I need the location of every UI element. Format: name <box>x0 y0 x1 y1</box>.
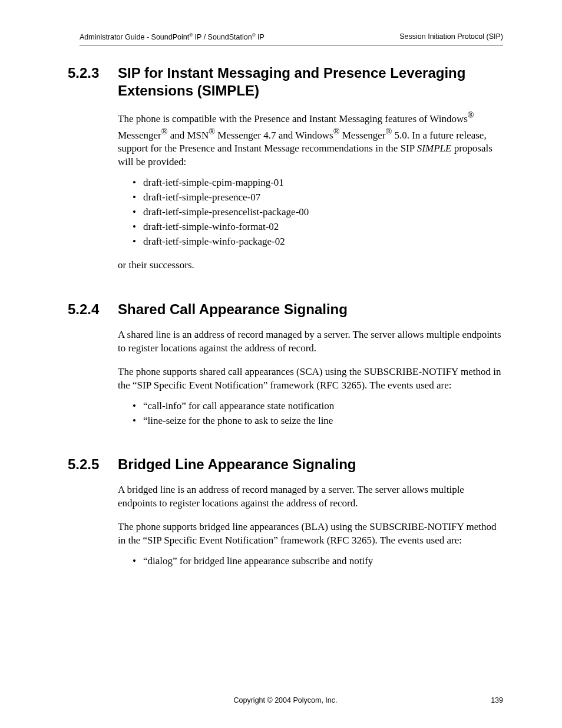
list-item: draft-ietf-simple-presence-07 <box>133 191 503 205</box>
text: and MSN <box>167 129 209 140</box>
document-page: Administrator Guide - SoundPoint® IP / S… <box>0 0 562 728</box>
bullet-list: “call-info” for call appearance state no… <box>133 400 503 428</box>
section-heading: 5.2.4 Shared Call Appearance Signaling <box>68 301 503 318</box>
paragraph: A bridged line is an address of record m… <box>118 483 503 510</box>
section-title: Bridged Line Appearance Signaling <box>118 456 503 473</box>
section-number: 5.2.5 <box>68 456 118 473</box>
reg-mark: ® <box>333 127 340 136</box>
paragraph: A shared line is an address of record ma… <box>118 328 503 355</box>
list-item: “call-info” for call appearance state no… <box>133 400 503 413</box>
list-item: “line-seize for the phone to ask to seiz… <box>133 414 503 428</box>
section-number: 5.2.4 <box>68 301 118 318</box>
header-left: Administrator Guide - SoundPoint® IP / S… <box>80 32 265 41</box>
text: Messenger <box>339 129 385 140</box>
text: Messenger 4.7 and Windows <box>215 129 333 140</box>
list-item: “dialog” for bridged line appearance sub… <box>133 555 503 568</box>
footer-copyright: Copyright © 2004 Polycom, Inc. <box>68 696 503 704</box>
bullet-list: “dialog” for bridged line appearance sub… <box>133 555 503 568</box>
list-item: draft-ietf-simple-winfo-format-02 <box>133 220 503 234</box>
paragraph: The phone supports bridged line appearan… <box>118 521 503 548</box>
section-525: 5.2.5 Bridged Line Appearance Signaling … <box>68 456 503 568</box>
paragraph: The phone is compatible with the Presenc… <box>118 110 503 169</box>
section-title: Shared Call Appearance Signaling <box>118 301 503 318</box>
reg-mark: ® <box>385 127 392 136</box>
list-item: draft-ietf-simple-cpim-mapping-01 <box>133 176 503 190</box>
header-left-suffix: IP <box>256 33 265 41</box>
section-523: 5.2.3 SIP for Instant Messaging and Pres… <box>68 64 503 272</box>
paragraph: The phone supports shared call appearanc… <box>118 365 503 393</box>
text: Messenger <box>118 129 161 140</box>
page-number: 139 <box>491 696 503 704</box>
section-number: 5.2.3 <box>68 64 118 100</box>
header-right: Session Initiation Protocol (SIP) <box>399 32 503 41</box>
page-footer: Copyright © 2004 Polycom, Inc. 139 <box>68 696 503 704</box>
reg-mark: ® <box>209 127 215 136</box>
reg-mark: ® <box>161 127 168 136</box>
list-item: draft-ietf-simple-presencelist-package-0… <box>133 206 503 219</box>
bullet-list: draft-ietf-simple-cpim-mapping-01 draft-… <box>133 176 503 249</box>
text-emphasis: SIMPLE <box>417 143 452 154</box>
section-title: SIP for Instant Messaging and Presence L… <box>118 64 503 100</box>
paragraph: or their successors. <box>118 259 503 272</box>
section-524: 5.2.4 Shared Call Appearance Signaling A… <box>68 301 503 428</box>
page-header: Administrator Guide - SoundPoint® IP / S… <box>80 32 503 45</box>
header-left-prefix: Administrator Guide - SoundPoint <box>80 33 189 41</box>
section-heading: 5.2.5 Bridged Line Appearance Signaling <box>68 456 503 473</box>
header-left-mid: IP / SoundStation <box>193 33 252 41</box>
list-item: draft-ietf-simple-winfo-package-02 <box>133 235 503 249</box>
section-heading: 5.2.3 SIP for Instant Messaging and Pres… <box>68 64 503 100</box>
text: The phone is compatible with the Presenc… <box>118 113 468 124</box>
reg-mark: ® <box>468 110 474 120</box>
